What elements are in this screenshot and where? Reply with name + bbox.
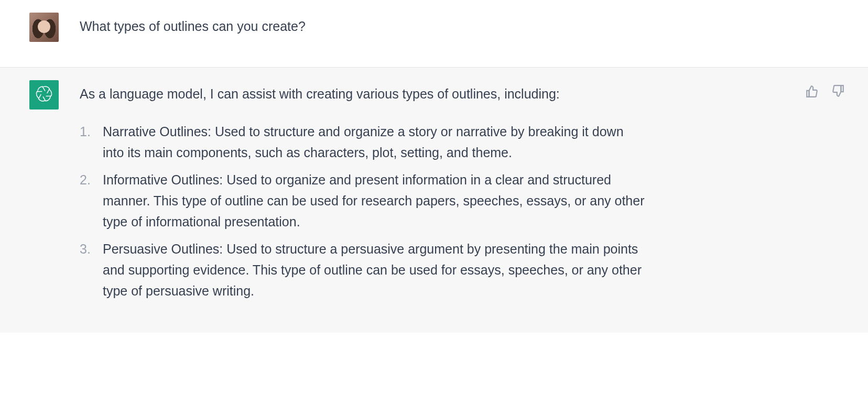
list-item: Persuasive Outlines: Used to structure a… (80, 238, 646, 301)
thumbs-up-icon (805, 92, 819, 100)
assistant-message-content: As a language model, I can assist with c… (80, 80, 646, 308)
thumbs-down-icon (831, 92, 845, 100)
list-item: Informative Outlines: Used to organize a… (80, 169, 646, 232)
user-message-text: What types of outlines can you create? (80, 13, 646, 37)
list-item: Narrative Outlines: Used to structure an… (80, 121, 646, 163)
assistant-outline-list: Narrative Outlines: Used to structure an… (80, 121, 646, 301)
user-avatar (29, 13, 59, 42)
assistant-avatar (29, 80, 59, 110)
assistant-intro-text: As a language model, I can assist with c… (80, 83, 646, 104)
chatgpt-logo-icon (34, 84, 54, 106)
feedback-controls (803, 82, 847, 102)
thumbs-down-button[interactable] (829, 82, 847, 102)
thumbs-up-button[interactable] (803, 82, 821, 102)
user-message: What types of outlines can you create? (0, 0, 868, 67)
assistant-message: As a language model, I can assist with c… (0, 67, 868, 333)
